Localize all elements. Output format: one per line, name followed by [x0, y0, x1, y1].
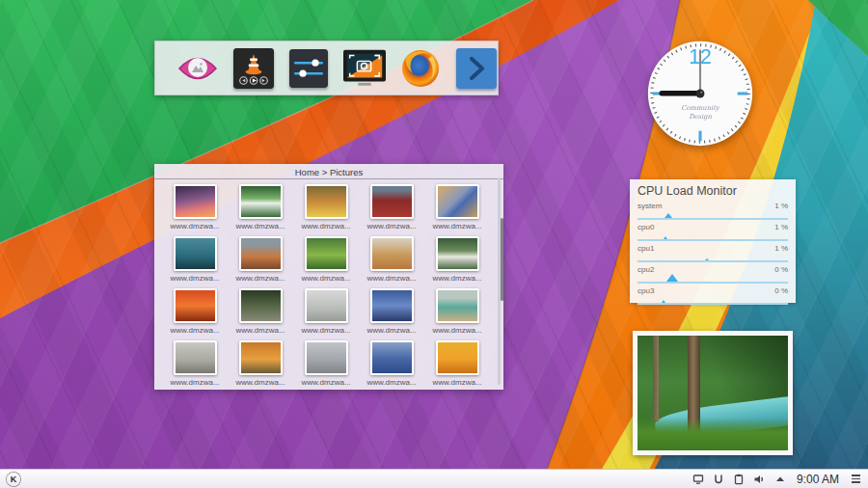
digital-clock[interactable]: 9:00 AM — [797, 473, 839, 486]
file-item[interactable]: www.dmzwa... — [162, 340, 228, 393]
clipboard-icon[interactable] — [733, 474, 745, 485]
settings-sliders-icon[interactable] — [288, 47, 331, 90]
thumbnail[interactable] — [436, 340, 479, 375]
picture-frame-widget[interactable] — [633, 331, 793, 455]
file-label: www.dmzwa... — [301, 274, 350, 283]
file-label: www.dmzwa... — [170, 326, 219, 335]
thumbnail[interactable] — [239, 288, 283, 323]
file-item[interactable]: www.dmzwa... — [293, 288, 359, 340]
file-label: www.dmzwa... — [235, 378, 285, 387]
file-item[interactable]: www.dmzwa... — [162, 184, 228, 236]
cpu-value: 0 % — [774, 286, 788, 295]
folder-grid: www.dmzwa...www.dmzwa...www.dmzwa...www.… — [154, 179, 503, 393]
next-icon[interactable] — [455, 47, 498, 90]
thumbnail[interactable] — [239, 340, 283, 375]
file-item[interactable]: www.dmzwa... — [228, 236, 293, 288]
thumbnail[interactable] — [239, 184, 283, 219]
tick-3 — [738, 92, 748, 95]
thumbnail[interactable] — [174, 184, 217, 219]
panel-toggle-icon[interactable] — [850, 473, 862, 484]
scrollbar-thumb[interactable] — [501, 218, 503, 301]
file-label: www.dmzwa... — [170, 222, 219, 230]
cpu-row: cpu20 % — [637, 264, 788, 284]
cpu-label: system — [637, 202, 662, 210]
expand-arrow-icon[interactable] — [774, 474, 786, 485]
cpu-value: 1 % — [774, 244, 788, 253]
clock-center — [696, 90, 705, 98]
file-item[interactable]: www.dmzwa... — [228, 288, 293, 340]
cpu-widget-title: CPU Load Monitor — [637, 184, 788, 198]
file-item[interactable]: www.dmzwa... — [424, 340, 490, 393]
thumbnail[interactable] — [305, 288, 348, 323]
cpu-value: 1 % — [774, 223, 788, 231]
clock-signature-line2: Design — [689, 113, 712, 121]
file-item[interactable]: www.dmzwa... — [424, 288, 490, 340]
file-label: www.dmzwa... — [366, 378, 416, 387]
kde-logo-icon: K — [11, 474, 17, 484]
file-item[interactable]: www.dmzwa... — [359, 288, 424, 340]
thumbnail[interactable] — [370, 236, 414, 271]
file-label: www.dmzwa... — [432, 378, 481, 387]
cpu-row: cpu01 % — [637, 222, 788, 241]
forest-river-photo — [637, 336, 788, 450]
cpu-sparkline — [637, 231, 788, 241]
file-label: www.dmzwa... — [235, 326, 285, 335]
firefox-icon[interactable] — [399, 47, 442, 90]
file-label: www.dmzwa... — [170, 378, 219, 387]
cpu-sparkline — [637, 253, 788, 262]
file-item[interactable]: www.dmzwa... — [162, 236, 228, 288]
clock-widget[interactable]: 12 Community Design — [644, 38, 756, 149]
tick-6 — [698, 131, 701, 142]
volume-icon[interactable] — [753, 474, 766, 485]
vlc-icon[interactable] — [232, 47, 275, 90]
thumbnail[interactable] — [174, 340, 217, 375]
file-item[interactable]: www.dmzwa... — [228, 340, 293, 393]
file-item[interactable]: www.dmzwa... — [359, 236, 424, 288]
thumbnail[interactable] — [370, 340, 414, 375]
thumbnail[interactable] — [305, 236, 348, 271]
file-item[interactable]: www.dmzwa... — [359, 340, 424, 393]
cpu-row: cpu11 % — [637, 243, 788, 262]
device-notifier-icon[interactable] — [713, 474, 724, 485]
file-label: www.dmzwa... — [301, 326, 350, 335]
folder-view-window: Home > Pictures www.dmzwa...www.dmzwa...… — [154, 164, 503, 390]
cpu-sparkline — [637, 210, 788, 220]
thumbnail[interactable] — [370, 184, 414, 219]
gwenview-icon[interactable] — [176, 47, 219, 90]
breadcrumb[interactable]: Home > Pictures — [154, 164, 503, 178]
cpu-label: cpu0 — [637, 223, 654, 231]
cpu-row: system1 % — [637, 201, 788, 220]
thumbnail[interactable] — [239, 236, 283, 271]
thumbnail[interactable] — [370, 288, 414, 323]
desktop: Home > Pictures www.dmzwa...www.dmzwa...… — [0, 0, 868, 488]
file-item[interactable]: www.dmzwa... — [162, 288, 228, 340]
kickoff-launcher-button[interactable]: K — [6, 472, 21, 487]
thumbnail[interactable] — [174, 288, 217, 323]
file-label: www.dmzwa... — [301, 378, 350, 387]
thumbnail[interactable] — [436, 184, 479, 219]
cpu-sparkline — [637, 295, 788, 305]
file-item[interactable]: www.dmzwa... — [293, 236, 359, 288]
file-label: www.dmzwa... — [366, 222, 416, 230]
thumbnail[interactable] — [305, 340, 348, 375]
file-item[interactable]: www.dmzwa... — [424, 184, 490, 236]
cpu-value: 1 % — [774, 202, 788, 210]
file-label: www.dmzwa... — [366, 274, 416, 283]
thumbnail[interactable] — [436, 236, 479, 271]
cpu-load-monitor-widget: CPU Load Monitor system1 %cpu01 %cpu11 %… — [630, 179, 796, 303]
thumbnail[interactable] — [174, 236, 217, 271]
thumbnail[interactable] — [305, 184, 348, 219]
taskbar: K 9:00 AM — [0, 469, 868, 488]
file-item[interactable]: www.dmzwa... — [359, 184, 424, 236]
file-label: www.dmzwa... — [432, 222, 481, 230]
system-tray: 9:00 AM — [692, 473, 862, 486]
thumbnail[interactable] — [436, 288, 479, 323]
file-item[interactable]: www.dmzwa... — [293, 340, 359, 393]
file-item[interactable]: www.dmzwa... — [228, 184, 293, 236]
spectacle-icon[interactable] — [343, 47, 386, 90]
app-dock — [154, 41, 499, 95]
file-item[interactable]: www.dmzwa... — [293, 184, 359, 236]
network-icon[interactable] — [692, 474, 704, 485]
file-item[interactable]: www.dmzwa... — [424, 236, 490, 288]
cpu-value: 0 % — [774, 265, 788, 274]
